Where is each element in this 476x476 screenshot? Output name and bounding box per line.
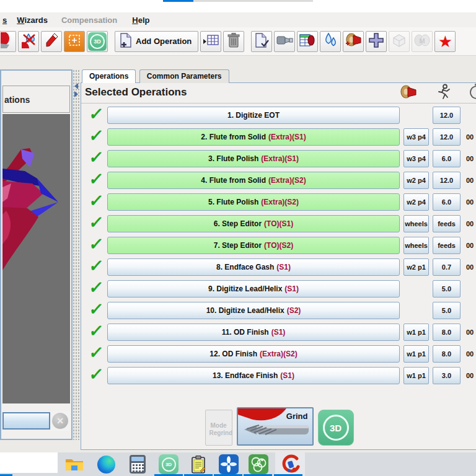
marker-button[interactable] — [41, 31, 62, 52]
operations-panel: Selected Operations — [81, 82, 476, 450]
taskbar-search-area[interactable] — [0, 452, 58, 473]
time-button[interactable]: 8.0 — [433, 345, 461, 363]
operation-suffix: (S1) — [271, 328, 286, 337]
check-icon: ✓ — [88, 148, 105, 167]
time-button[interactable]: 5.0 — [433, 302, 461, 319]
time-button[interactable]: 0.7 — [433, 258, 461, 276]
wheel-button[interactable]: w2 p4 — [403, 193, 429, 211]
time-button[interactable]: 12.0 — [433, 107, 461, 124]
collapse-left-icon[interactable] — [74, 83, 78, 89]
operation-button[interactable]: 8. Endface Gash(S1) — [107, 258, 400, 276]
time-button[interactable]: feeds — [433, 215, 461, 232]
splitter-arrows[interactable] — [74, 83, 79, 97]
clipboard-icon — [190, 455, 207, 474]
operation-button[interactable]: 13. Endface Finish(S1) — [107, 367, 400, 384]
wheel-button[interactable]: w1 p1 — [403, 367, 429, 384]
time-estimate: 00 — [466, 372, 476, 379]
grind-button[interactable]: Grind — [237, 407, 314, 446]
check-icon: ✓ — [88, 234, 105, 254]
taskbar-grinder-app[interactable] — [281, 454, 301, 474]
operation-button[interactable]: 5. Flute Polish(Extra)(S2) — [107, 193, 400, 211]
collet-button[interactable] — [274, 31, 295, 52]
wheel-button[interactable]: w3 p4 — [403, 128, 429, 146]
time-button[interactable]: 6.0 — [433, 150, 461, 167]
operation-suffix: (S1) — [280, 371, 294, 380]
operation-button[interactable]: 1. Digitize EOT — [107, 107, 400, 124]
operation-button[interactable]: 10. Digitize Lead/Helix(S2) — [107, 302, 400, 319]
droplets-icon — [323, 32, 338, 50]
menu-item-wizards[interactable]: Wizards — [15, 15, 49, 25]
coolant-button[interactable] — [320, 31, 341, 52]
favourite-button[interactable]: ★ — [434, 31, 456, 52]
taskbar-spheres-app[interactable] — [249, 454, 268, 474]
wheel-button[interactable]: w2 p4 — [403, 172, 429, 189]
wheel-table-button[interactable] — [297, 31, 318, 52]
time-button[interactable]: 8.0 — [433, 324, 461, 341]
time-button[interactable]: 12.0 — [433, 128, 461, 146]
operation-button[interactable]: 11. OD Finish(S1) — [107, 324, 400, 341]
add-operation-button[interactable]: Add Operation — [115, 31, 198, 52]
operation-button[interactable]: 6. Step Editor(TO)(S1) — [107, 215, 400, 232]
taskbar: 3D — [0, 452, 476, 476]
operations-list: ✓1. Digitize EOT12.0✓2. Flute from Solid… — [81, 107, 476, 389]
time-button[interactable]: 6.0 — [433, 193, 461, 211]
wheel-pack-button[interactable] — [343, 31, 364, 52]
wheel-button[interactable]: wheels — [403, 215, 429, 232]
operation-title: 2. Flute from Solid — [201, 133, 266, 141]
left-panel-footer: ✕ — [2, 411, 70, 431]
mode-label: Mode — [210, 422, 226, 429]
menu-item-partial[interactable]: s — [1, 15, 8, 25]
operation-button[interactable]: 4. Flute from Solid(Extra)(S2) — [107, 172, 400, 189]
operation-suffix: (S2) — [287, 306, 301, 315]
time-button[interactable]: 12.0 — [433, 172, 461, 189]
fixture-frame-button[interactable] — [64, 31, 85, 52]
wheel-button[interactable]: w1 p1 — [403, 324, 429, 341]
time-button[interactable]: feeds — [433, 237, 461, 254]
coolant-off-button[interactable] — [18, 31, 39, 52]
operation-title: 4. Flute from Solid — [201, 176, 266, 185]
wheel-button[interactable]: w1 p1 — [403, 345, 429, 363]
render-3d-button[interactable]: 3D — [318, 410, 354, 446]
insert-table-button[interactable] — [200, 31, 221, 52]
wheel-partial-button[interactable] — [0, 31, 16, 52]
operation-button[interactable]: 9. Digitize Lead/Helix(S1) — [107, 280, 400, 298]
taskbar-calculator[interactable] — [128, 454, 148, 474]
tool-3d-viewport[interactable] — [2, 114, 70, 403]
taskbar-pinwheel-app[interactable] — [219, 454, 239, 474]
taskbar-file-explorer[interactable] — [64, 454, 84, 474]
operation-button[interactable]: 12. OD Finish(Extra)(S2) — [107, 345, 400, 363]
collapse-right-icon[interactable] — [74, 91, 78, 97]
menu-item-help[interactable]: Help — [131, 15, 151, 25]
taskbar-threed-app[interactable]: 3D — [159, 454, 178, 474]
page-check-button[interactable] — [251, 31, 272, 52]
panel-splitter[interactable] — [73, 69, 81, 440]
operation-suffix: (S1) — [276, 263, 291, 271]
time-estimate: 00 — [466, 242, 476, 249]
collet-icon — [276, 34, 293, 48]
insert-table-icon — [202, 33, 219, 49]
menu-item-compensation: Compensation — [60, 15, 118, 25]
taskbar-clipboard-app[interactable] — [188, 454, 208, 474]
threed-view-button[interactable]: 3D — [87, 31, 108, 52]
wheel-button[interactable]: wheels — [403, 237, 429, 254]
cancel-button[interactable]: ✕ — [52, 413, 68, 429]
operation-button[interactable]: 3. Flute Polish(Extra)(S1) — [107, 150, 400, 167]
cancel-wrap: ✕ — [50, 411, 70, 431]
check-icon: ✓ — [88, 299, 105, 319]
check-icon: ✓ — [88, 191, 105, 211]
tab-common-parameters[interactable]: Common Parameters — [139, 69, 229, 83]
tab-operations[interactable]: Operations — [82, 69, 136, 83]
background-window-strip — [0, 0, 476, 12]
add-plus-button[interactable] — [366, 31, 387, 52]
operation-button[interactable]: 2. Flute from Solid(Extra)(S1) — [107, 128, 400, 146]
mode-regrind-button: Mode Regrind — [205, 410, 232, 446]
time-button[interactable]: 3.0 — [433, 367, 461, 384]
delete-button[interactable] — [223, 31, 244, 52]
time-button[interactable]: 5.0 — [433, 280, 461, 298]
taskbar-edge[interactable] — [96, 454, 116, 474]
status-progress-bar — [2, 412, 50, 430]
check-icon: ✓ — [88, 256, 105, 276]
operation-button[interactable]: 7. Step Editor(TO)(S2) — [107, 237, 400, 254]
wheel-button[interactable]: w2 p1 — [403, 258, 429, 276]
wheel-button[interactable]: w3 p4 — [403, 150, 429, 167]
